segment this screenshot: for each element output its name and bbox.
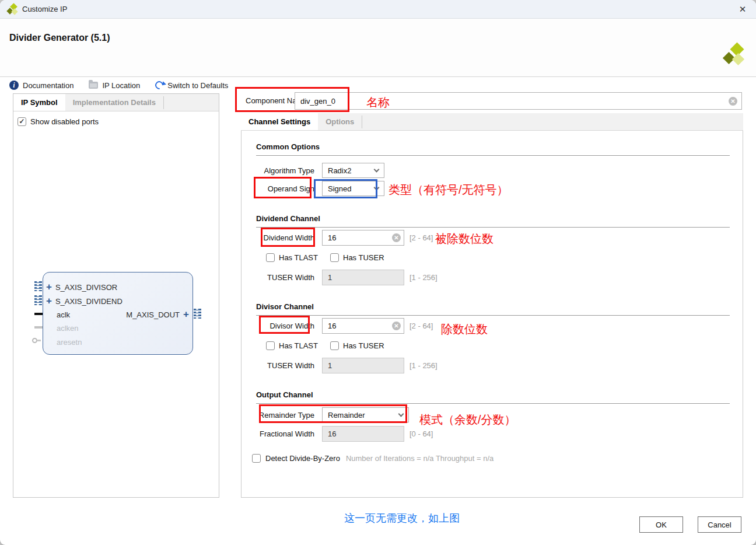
divisor-tuser-width-input bbox=[322, 358, 404, 373]
settings-tabs: Channel Settings Options bbox=[241, 113, 743, 131]
divisor-tuser-width-row: TUSER Width [1 - 256] bbox=[256, 358, 438, 373]
port-s-axis-dividend[interactable]: + S_AXIS_DIVIDEND bbox=[46, 295, 123, 307]
port-label: aresetn bbox=[57, 338, 82, 347]
detect-divide-by-zero-checkbox[interactable] bbox=[252, 454, 261, 463]
annotation-remainder-note: 模式（余数/分数） bbox=[419, 412, 516, 428]
port-label: aclken bbox=[57, 324, 79, 333]
port-m-axis-dout[interactable]: M_AXIS_DOUT + bbox=[126, 309, 189, 320]
section-common-options: Common Options bbox=[256, 142, 320, 151]
ip-symbol-panel: IP Symbol Implementation Details Show di… bbox=[13, 93, 219, 498]
customize-ip-dialog: Customize IP ✕ Divider Generator (5.1) i… bbox=[0, 0, 756, 545]
iterations-info: Number of Iterations = n/a Throughput = … bbox=[346, 454, 494, 463]
divisor-width-label: Divisor Width bbox=[256, 322, 314, 330]
has-tlast-label: Has TLAST bbox=[279, 253, 318, 262]
ip-location-label: IP Location bbox=[102, 81, 140, 90]
tuser-width-range: [1 - 256] bbox=[410, 273, 438, 282]
dividend-width-label: Dividend Width bbox=[256, 233, 314, 242]
dividend-width-row: Dividend Width ✕ [2 - 64] bbox=[256, 230, 433, 246]
has-tuser-checkbox[interactable] bbox=[330, 253, 339, 262]
section-rule bbox=[256, 155, 730, 156]
clear-icon[interactable]: ✕ bbox=[729, 97, 737, 106]
port-aclk: aclk bbox=[57, 309, 70, 320]
section-rule bbox=[256, 403, 730, 404]
operand-sign-label: Operand Sign bbox=[256, 184, 314, 193]
channel-settings-content: Common Options Algorithm Type Radix2 Ope… bbox=[241, 131, 743, 498]
bus-connector-icon bbox=[34, 295, 42, 305]
section-rule bbox=[256, 315, 730, 316]
component-name-input[interactable] bbox=[295, 92, 742, 110]
remainder-type-label: Remainder Type bbox=[256, 411, 314, 420]
info-icon: i bbox=[9, 81, 19, 90]
tab-ip-symbol[interactable]: IP Symbol bbox=[13, 94, 65, 111]
clear-icon[interactable]: ✕ bbox=[392, 322, 401, 330]
port-s-axis-divisor[interactable]: + S_AXIS_DIVISOR bbox=[46, 281, 117, 293]
window-title: Customize IP bbox=[22, 5, 67, 13]
tab-options[interactable]: Options bbox=[318, 113, 362, 130]
tab-channel-settings[interactable]: Channel Settings bbox=[241, 113, 318, 130]
port-label: M_AXIS_DOUT bbox=[126, 310, 180, 319]
bus-connector-icon bbox=[194, 309, 201, 319]
tab-divider bbox=[362, 116, 362, 128]
section-divisor-channel: Divisor Channel bbox=[256, 302, 314, 311]
disabled-pin-icon bbox=[34, 326, 43, 329]
has-tlast-checkbox[interactable] bbox=[266, 341, 275, 350]
xilinx-logo-large-icon bbox=[723, 44, 746, 67]
clock-pin-icon bbox=[34, 313, 43, 315]
toolbar: i Documentation IP Location Switch to De… bbox=[9, 81, 228, 90]
ok-button[interactable]: OK bbox=[639, 516, 683, 533]
show-disabled-ports-checkbox[interactable] bbox=[18, 117, 26, 126]
operand-sign-row: Operand Sign Signed bbox=[256, 181, 384, 196]
folder-icon bbox=[89, 82, 98, 89]
expand-plus-icon[interactable]: + bbox=[46, 297, 52, 305]
close-icon[interactable]: ✕ bbox=[735, 2, 750, 17]
cancel-button[interactable]: Cancel bbox=[698, 516, 741, 533]
configuration-panel: Component Name ✕ 名称 Channel Settings Opt… bbox=[241, 77, 743, 503]
expand-plus-icon[interactable]: + bbox=[183, 310, 189, 319]
fractional-width-input bbox=[322, 426, 404, 442]
dividend-tuser-width-row: TUSER Width [1 - 256] bbox=[256, 270, 438, 285]
operand-sign-select[interactable]: Signed bbox=[322, 181, 384, 196]
annotation-dividend-note: 被除数位数 bbox=[435, 231, 494, 247]
remainder-type-select[interactable]: Remainder bbox=[322, 407, 409, 422]
clear-icon[interactable]: ✕ bbox=[392, 233, 401, 242]
has-tuser-checkbox[interactable] bbox=[330, 341, 339, 350]
tab-implementation-details[interactable]: Implementation Details bbox=[65, 94, 163, 111]
ip-location-button[interactable]: IP Location bbox=[89, 81, 140, 90]
annotation-operand-sign-note: 类型（有符号/无符号） bbox=[388, 182, 509, 198]
port-aclken: aclken bbox=[57, 322, 79, 334]
expand-plus-icon[interactable]: + bbox=[46, 283, 52, 291]
title-bar: Customize IP ✕ bbox=[0, 0, 756, 19]
dividend-has-tuser: Has TUSER bbox=[330, 253, 394, 262]
tuser-width-label: TUSER Width bbox=[256, 361, 314, 370]
algorithm-type-value: Radix2 bbox=[328, 166, 351, 175]
chevron-down-icon bbox=[374, 167, 380, 173]
show-disabled-ports-label: Show disabled ports bbox=[30, 117, 99, 126]
algorithm-type-select[interactable]: Radix2 bbox=[322, 163, 384, 178]
detect-dbz-row: Detect Divide-By-Zero Number of Iteratio… bbox=[252, 454, 494, 463]
divisor-has-tlast: Has TLAST bbox=[266, 341, 330, 350]
switch-to-defaults-button[interactable]: Switch to Defaults bbox=[155, 81, 228, 90]
reset-pin-icon bbox=[32, 338, 37, 343]
has-tlast-label: Has TLAST bbox=[279, 341, 318, 350]
remainder-type-row: Remainder Type Remainder bbox=[256, 407, 409, 422]
has-tlast-checkbox[interactable] bbox=[266, 253, 275, 262]
tab-divider bbox=[163, 96, 164, 109]
fractional-width-label: Fractional Width bbox=[256, 429, 314, 438]
has-tuser-label: Has TUSER bbox=[343, 253, 384, 262]
port-aresetn: aresetn bbox=[57, 336, 82, 348]
annotation-divisor-note: 除数位数 bbox=[441, 322, 488, 337]
operand-sign-value: Signed bbox=[328, 184, 351, 193]
xilinx-logo-icon bbox=[7, 4, 18, 15]
fractional-width-range: [0 - 64] bbox=[410, 429, 433, 438]
chevron-down-icon bbox=[398, 411, 404, 417]
documentation-button[interactable]: i Documentation bbox=[9, 81, 74, 90]
ip-symbol-block: + S_AXIS_DIVISOR + S_AXIS_DIVIDEND aclk … bbox=[43, 272, 193, 355]
switch-to-defaults-label: Switch to Defaults bbox=[167, 81, 228, 90]
remainder-type-value: Remainder bbox=[328, 411, 365, 420]
refresh-icon bbox=[153, 79, 165, 91]
fractional-width-row: Fractional Width [0 - 64] bbox=[256, 426, 433, 442]
algorithm-type-label: Algorithm Type bbox=[256, 166, 314, 175]
page-title: Divider Generator (5.1) bbox=[9, 33, 110, 43]
left-panel-tabs: IP Symbol Implementation Details bbox=[13, 94, 219, 111]
divisor-flags-row: Has TLAST Has TUSER bbox=[266, 341, 394, 350]
